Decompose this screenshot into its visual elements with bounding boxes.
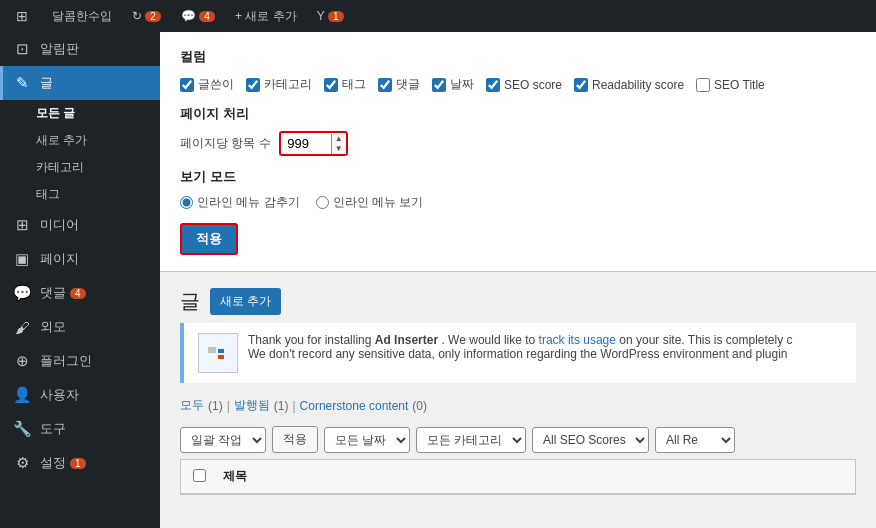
sidebar-sub-tags[interactable]: 태그 <box>0 181 160 208</box>
spinner-down[interactable]: ▼ <box>331 144 346 154</box>
filter-cornerstone[interactable]: Cornerstone content <box>300 399 409 413</box>
col-seo-score[interactable]: SEO score <box>486 78 562 92</box>
sidebar-sub-add-new[interactable]: 새로 추가 <box>0 127 160 154</box>
yoast-bar[interactable]: Y 1 <box>309 0 352 32</box>
items-per-page-input[interactable] <box>281 133 331 154</box>
filter-all[interactable]: 모두 <box>180 397 204 414</box>
col-readability[interactable]: Readability score <box>574 78 684 92</box>
filter-published-count: (1) <box>274 399 289 413</box>
comments-icon: 💬 <box>12 284 32 302</box>
site-name[interactable]: 달콤한수입 <box>44 0 120 32</box>
media-icon: ⊞ <box>12 216 32 234</box>
sidebar-sub-all-posts[interactable]: 모든 글 <box>0 100 160 127</box>
sidebar-item-pages[interactable]: ▣ 페이지 <box>0 242 160 276</box>
notice-track-link[interactable]: track its usage <box>539 333 616 347</box>
add-new-post-button[interactable]: 새로 추가 <box>210 288 281 315</box>
col-readability-label: Readability score <box>592 78 684 92</box>
seo-scores-filter-select[interactable]: All SEO Scores <box>532 427 649 453</box>
add-new-bar[interactable]: + 새로 추가 <box>227 0 305 32</box>
spinner-buttons: ▲ ▼ <box>331 134 346 154</box>
sidebar: ⊡ 알림판 ✎ 글 모든 글 새로 추가 카테고리 태그 ⊞ 미디어 ▣ 페이지… <box>0 32 160 528</box>
sidebar-item-posts[interactable]: ✎ 글 <box>0 66 160 100</box>
view-mode-show-radio[interactable] <box>316 196 329 209</box>
col-category-label: 카테고리 <box>264 76 312 93</box>
updates[interactable]: ↻ 2 <box>124 0 169 32</box>
screen-options-apply-button[interactable]: 적용 <box>180 223 238 255</box>
col-tag-checkbox[interactable] <box>324 78 338 92</box>
page-title: 글 <box>180 288 200 315</box>
dashboard-icon: ⊡ <box>12 40 32 58</box>
sidebar-item-settings[interactable]: ⚙ 설정 1 <box>0 446 160 480</box>
appearance-label: 외모 <box>40 318 66 336</box>
categories-filter-select[interactable]: 모든 카테고리 <box>416 427 526 453</box>
col-title-header: 제목 <box>223 468 843 485</box>
items-per-page-row: 페이지당 항목 수 ▲ ▼ <box>180 131 856 156</box>
plugins-label: 플러그인 <box>40 352 92 370</box>
sidebar-sub-categories[interactable]: 카테고리 <box>0 154 160 181</box>
posts-header: 글 새로 추가 <box>160 272 876 323</box>
col-seo-title[interactable]: SEO Title <box>696 78 765 92</box>
wp-icon: ⊞ <box>16 8 28 24</box>
sidebar-item-comments[interactable]: 💬 댓글 4 <box>0 276 160 310</box>
columns-row: 글쓴이 카테고리 태그 댓글 날짜 <box>180 76 856 93</box>
svg-rect-2 <box>218 355 224 359</box>
col-tag[interactable]: 태그 <box>324 76 366 93</box>
col-date[interactable]: 날짜 <box>432 76 474 93</box>
comments-bar[interactable]: 💬 4 <box>173 0 223 32</box>
items-per-page-spinner: ▲ ▼ <box>279 131 348 156</box>
col-seo-title-checkbox[interactable] <box>696 78 710 92</box>
tools-label: 도구 <box>40 420 66 438</box>
col-readability-checkbox[interactable] <box>574 78 588 92</box>
site-name-label: 달콤한수입 <box>52 8 112 25</box>
col-seo-score-checkbox[interactable] <box>486 78 500 92</box>
main-layout: ⊡ 알림판 ✎ 글 모든 글 새로 추가 카테고리 태그 ⊞ 미디어 ▣ 페이지… <box>0 32 876 528</box>
sidebar-item-tools[interactable]: 🔧 도구 <box>0 412 160 446</box>
yoast-icon: Y <box>317 9 325 23</box>
col-comment[interactable]: 댓글 <box>378 76 420 93</box>
notice-line1: Thank you for installing Ad Inserter . W… <box>248 333 793 347</box>
comments-badge: 4 <box>199 11 215 22</box>
bulk-actions-select[interactable]: 일괄 작업 <box>180 427 266 453</box>
sidebar-item-plugins[interactable]: ⊕ 플러그인 <box>0 344 160 378</box>
col-comment-checkbox[interactable] <box>378 78 392 92</box>
col-category-checkbox[interactable] <box>246 78 260 92</box>
notice-line1-after: on your site. This is completely c <box>619 333 792 347</box>
screen-options-panel: 컬럼 글쓴이 카테고리 태그 댓글 <box>160 32 876 272</box>
sidebar-item-media[interactable]: ⊞ 미디어 <box>0 208 160 242</box>
view-mode-hide-radio[interactable] <box>180 196 193 209</box>
comments-sidebar-badge: 4 <box>70 288 86 299</box>
settings-label: 설정 <box>40 454 66 472</box>
pages-label: 페이지 <box>40 250 79 268</box>
col-date-checkbox[interactable] <box>432 78 446 92</box>
spinner-up[interactable]: ▲ <box>331 134 346 144</box>
col-tag-label: 태그 <box>342 76 366 93</box>
col-writer-checkbox[interactable] <box>180 78 194 92</box>
sidebar-item-appearance[interactable]: 🖌 외모 <box>0 310 160 344</box>
posts-label: 글 <box>40 74 53 92</box>
sep1: | <box>227 399 230 413</box>
settings-icon: ⚙ <box>12 454 32 472</box>
bulk-apply-button[interactable]: 적용 <box>272 426 318 453</box>
dashboard-label: 알림판 <box>40 40 79 58</box>
dates-filter-select[interactable]: 모든 날짜 <box>324 427 410 453</box>
notice-plugin-name: Ad Inserter <box>375 333 438 347</box>
col-writer[interactable]: 글쓴이 <box>180 76 234 93</box>
view-mode-show-label: 인라인 메뉴 보기 <box>333 194 424 211</box>
sidebar-item-dashboard[interactable]: ⊡ 알림판 <box>0 32 160 66</box>
filter-cornerstone-count: (0) <box>412 399 427 413</box>
appearance-icon: 🖌 <box>12 319 32 336</box>
wp-logo[interactable]: ⊞ <box>8 0 40 32</box>
posts-table: 제목 <box>180 459 856 495</box>
pages-icon: ▣ <box>12 250 32 268</box>
sep2: | <box>292 399 295 413</box>
items-per-page-label: 페이지당 항목 수 <box>180 135 271 152</box>
select-all-checkbox[interactable] <box>193 469 206 482</box>
readability-filter-select[interactable]: All Re <box>655 427 735 453</box>
filter-published[interactable]: 발행됨 <box>234 397 270 414</box>
sidebar-item-users[interactable]: 👤 사용자 <box>0 378 160 412</box>
columns-title: 컬럼 <box>180 48 856 66</box>
col-category[interactable]: 카테고리 <box>246 76 312 93</box>
refresh-icon: ↻ <box>132 9 142 23</box>
view-mode-hide[interactable]: 인라인 메뉴 감추기 <box>180 194 300 211</box>
view-mode-show[interactable]: 인라인 메뉴 보기 <box>316 194 424 211</box>
